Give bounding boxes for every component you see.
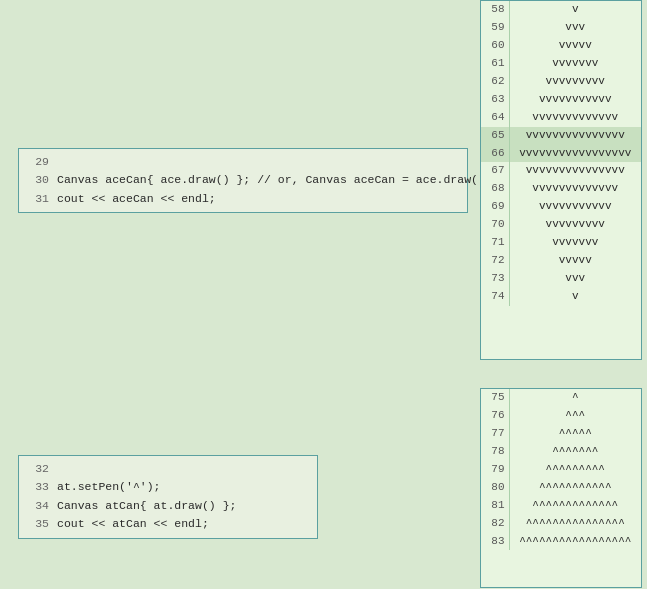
row-value: ^^^^^^^ bbox=[509, 443, 641, 461]
row-value: ^ bbox=[509, 389, 641, 407]
viz-row: 82^^^^^^^^^^^^^^^ bbox=[481, 515, 641, 533]
row-value: vvv bbox=[509, 270, 641, 288]
row-number: 78 bbox=[481, 443, 509, 461]
row-value: vvv bbox=[509, 19, 641, 37]
code-text: Canvas aceCan{ ace.draw() }; // or, Canv… bbox=[57, 171, 492, 189]
row-number: 61 bbox=[481, 55, 509, 73]
row-number: 68 bbox=[481, 180, 509, 198]
line-number: 30 bbox=[27, 171, 49, 189]
viz-row: 69vvvvvvvvvvv bbox=[481, 198, 641, 216]
row-value: ^^^^^ bbox=[509, 425, 641, 443]
row-number: 70 bbox=[481, 216, 509, 234]
row-number: 77 bbox=[481, 425, 509, 443]
code-line: 32 bbox=[27, 460, 309, 478]
viz-row: 63vvvvvvvvvvv bbox=[481, 91, 641, 109]
row-number: 82 bbox=[481, 515, 509, 533]
row-value: ^^^^^^^^^^^^^^^ bbox=[509, 515, 641, 533]
row-number: 79 bbox=[481, 461, 509, 479]
row-number: 67 bbox=[481, 162, 509, 180]
row-number: 65 bbox=[481, 127, 509, 145]
viz-row: 58v bbox=[481, 1, 641, 19]
line-number: 29 bbox=[27, 153, 49, 171]
code-text: at.setPen('^'); bbox=[57, 478, 161, 496]
row-number: 76 bbox=[481, 407, 509, 425]
code-text: cout << aceCan << endl; bbox=[57, 190, 216, 208]
viz-row: 62vvvvvvvvv bbox=[481, 73, 641, 91]
line-number: 34 bbox=[27, 497, 49, 515]
viz-row: 81^^^^^^^^^^^^^ bbox=[481, 497, 641, 515]
viz-row: 60vvvvv bbox=[481, 37, 641, 55]
row-value: vvvvvvvvvvv bbox=[509, 91, 641, 109]
main-container: 2930Canvas aceCan{ ace.draw() }; // or, … bbox=[0, 0, 647, 589]
row-number: 66 bbox=[481, 145, 509, 163]
viz-table-bottom: 75^76^^^77^^^^^78^^^^^^^79^^^^^^^^^80^^^… bbox=[481, 389, 641, 550]
code-line: 30Canvas aceCan{ ace.draw() }; // or, Ca… bbox=[27, 171, 459, 189]
row-number: 63 bbox=[481, 91, 509, 109]
right-panel: 58v59vvv60vvvvv61vvvvvvv62vvvvvvvvv63vvv… bbox=[480, 0, 647, 589]
code-box-bottom: 3233at.setPen('^');34Canvas atCan{ at.dr… bbox=[18, 455, 318, 539]
code-text: cout << atCan << endl; bbox=[57, 515, 209, 533]
row-number: 83 bbox=[481, 533, 509, 551]
row-value: vvvvvvvvvvvvvvv bbox=[509, 127, 641, 145]
line-number: 31 bbox=[27, 190, 49, 208]
code-line: 34Canvas atCan{ at.draw() }; bbox=[27, 497, 309, 515]
viz-row: 66vvvvvvvvvvvvvvvvv bbox=[481, 145, 641, 163]
viz-row: 73vvv bbox=[481, 270, 641, 288]
viz-row: 61vvvvvvv bbox=[481, 55, 641, 73]
viz-row: 80^^^^^^^^^^^ bbox=[481, 479, 641, 497]
row-value: vvvvvvvvvvvvvvv bbox=[509, 162, 641, 180]
row-number: 80 bbox=[481, 479, 509, 497]
row-value: vvvvvvvvvvvvvvvvv bbox=[509, 145, 641, 163]
viz-row: 59vvv bbox=[481, 19, 641, 37]
row-value: vvvvv bbox=[509, 37, 641, 55]
row-value: vvvvvvv bbox=[509, 234, 641, 252]
row-number: 58 bbox=[481, 1, 509, 19]
left-panel: 2930Canvas aceCan{ ace.draw() }; // or, … bbox=[0, 0, 480, 589]
row-value: v bbox=[509, 1, 641, 19]
code-line: 33at.setPen('^'); bbox=[27, 478, 309, 496]
row-value: vvvvvvvvvvvvv bbox=[509, 109, 641, 127]
code-line: 35cout << atCan << endl; bbox=[27, 515, 309, 533]
viz-row: 83^^^^^^^^^^^^^^^^^ bbox=[481, 533, 641, 551]
row-number: 60 bbox=[481, 37, 509, 55]
viz-row: 68vvvvvvvvvvvvv bbox=[481, 180, 641, 198]
row-number: 71 bbox=[481, 234, 509, 252]
row-value: ^^^^^^^^^^^ bbox=[509, 479, 641, 497]
row-number: 81 bbox=[481, 497, 509, 515]
row-value: ^^^^^^^^^^^^^^^^^ bbox=[509, 533, 641, 551]
row-value: vvvvvvvvv bbox=[509, 73, 641, 91]
row-value: vvvvvvvvvvvvv bbox=[509, 180, 641, 198]
row-number: 69 bbox=[481, 198, 509, 216]
code-line: 29 bbox=[27, 153, 459, 171]
row-value: vvvvvvvvv bbox=[509, 216, 641, 234]
row-number: 64 bbox=[481, 109, 509, 127]
row-value: ^^^^^^^^^^^^^ bbox=[509, 497, 641, 515]
row-number: 72 bbox=[481, 252, 509, 270]
line-number: 32 bbox=[27, 460, 49, 478]
viz-row: 77^^^^^ bbox=[481, 425, 641, 443]
viz-row: 75^ bbox=[481, 389, 641, 407]
viz-row: 76^^^ bbox=[481, 407, 641, 425]
viz-row: 74v bbox=[481, 288, 641, 306]
code-box-top: 2930Canvas aceCan{ ace.draw() }; // or, … bbox=[18, 148, 468, 213]
viz-row: 64vvvvvvvvvvvvv bbox=[481, 109, 641, 127]
viz-row: 72vvvvv bbox=[481, 252, 641, 270]
viz-row: 67vvvvvvvvvvvvvvv bbox=[481, 162, 641, 180]
viz-table-top: 58v59vvv60vvvvv61vvvvvvv62vvvvvvvvv63vvv… bbox=[481, 1, 641, 306]
line-number: 35 bbox=[27, 515, 49, 533]
code-line: 31cout << aceCan << endl; bbox=[27, 190, 459, 208]
viz-panel-bottom: 75^76^^^77^^^^^78^^^^^^^79^^^^^^^^^80^^^… bbox=[480, 388, 642, 588]
row-number: 73 bbox=[481, 270, 509, 288]
viz-row: 65vvvvvvvvvvvvvvv bbox=[481, 127, 641, 145]
row-value: vvvvvvv bbox=[509, 55, 641, 73]
viz-row: 78^^^^^^^ bbox=[481, 443, 641, 461]
line-number: 33 bbox=[27, 478, 49, 496]
viz-row: 79^^^^^^^^^ bbox=[481, 461, 641, 479]
row-value: vvvvvvvvvvv bbox=[509, 198, 641, 216]
row-value: ^^^ bbox=[509, 407, 641, 425]
viz-panel-top: 58v59vvv60vvvvv61vvvvvvv62vvvvvvvvv63vvv… bbox=[480, 0, 642, 360]
viz-row: 71vvvvvvv bbox=[481, 234, 641, 252]
row-number: 75 bbox=[481, 389, 509, 407]
row-value: vvvvv bbox=[509, 252, 641, 270]
row-value: v bbox=[509, 288, 641, 306]
